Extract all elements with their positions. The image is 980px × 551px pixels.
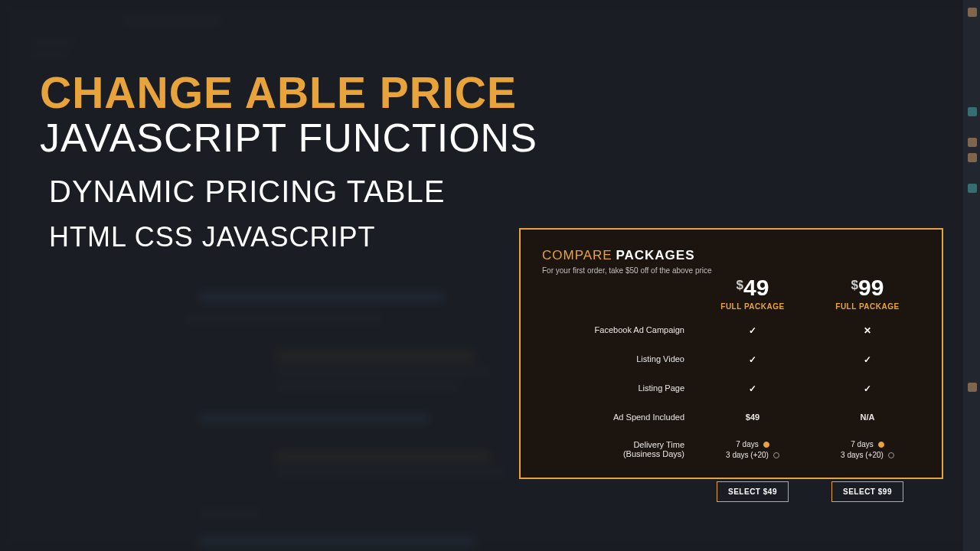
plan-0-delivery-3days[interactable]: 3 days (+20) [726,451,779,459]
radio-off-icon [888,452,894,458]
plan-1-delivery-3days[interactable]: 3 days (+20) [841,451,894,459]
pricing-panel: COMPARE PACKAGES For your first order, t… [519,228,943,479]
check-icon: ✓ [810,383,925,394]
select-plan-1-button[interactable]: SELECT $99 [831,481,903,502]
check-icon: ✓ [695,383,810,394]
plan-0-price-block: $49 FULL PACKAGE [695,275,810,311]
panel-title-accent: COMPARE [542,248,612,262]
feature-label-video: Listing Video [542,354,695,365]
plan-0-delivery-7days[interactable]: 7 days [736,440,769,448]
radio-on-icon [878,442,884,448]
check-icon: ✓ [695,325,810,336]
radio-off-icon [773,452,779,458]
feature-label-campaign: Facebook Ad Campaign [542,325,695,336]
check-icon: ✓ [695,354,810,365]
panel-title-bold: PACKAGES [616,248,694,262]
plan-1-price-block: $99 FULL PACKAGE [810,275,925,311]
check-icon: ✓ [810,354,925,365]
plan-0-delivery-options: 7 days 3 days (+20) [695,440,810,459]
cross-icon: ✕ [810,325,925,336]
feature-label-adspend: Ad Spend Included [542,412,695,422]
plan-1-label: FULL PACKAGE [810,302,925,311]
radio-on-icon [763,442,769,448]
panel-title: COMPARE PACKAGES [542,248,920,263]
feature-label-page: Listing Page [542,383,695,394]
plan-1-delivery-options: 7 days 3 days (+20) [810,440,925,459]
headline-2: JAVASCRIPT FUNCTIONS [40,115,537,161]
feature-label-delivery: Delivery Time (Business Days) [542,440,695,459]
panel-subtitle: For your first order, take $50 off of th… [542,266,920,275]
headline-4: HTML CSS JAVASCRIPT [49,221,537,253]
select-plan-0-button[interactable]: SELECT $49 [717,481,789,502]
headline-block: CHANGE ABLE PRICE JAVASCRIPT FUNCTIONS D… [40,67,537,253]
plan-1-delivery-7days[interactable]: 7 days [851,440,884,448]
plan-0-label: FULL PACKAGE [695,302,810,311]
plan-0-adspend: $49 [695,412,810,422]
minimap-gutter [963,0,980,551]
headline-1: CHANGE ABLE PRICE [40,67,537,118]
headline-3: DYNAMIC PRICING TABLE [49,174,537,209]
plan-1-adspend: N/A [810,412,925,422]
